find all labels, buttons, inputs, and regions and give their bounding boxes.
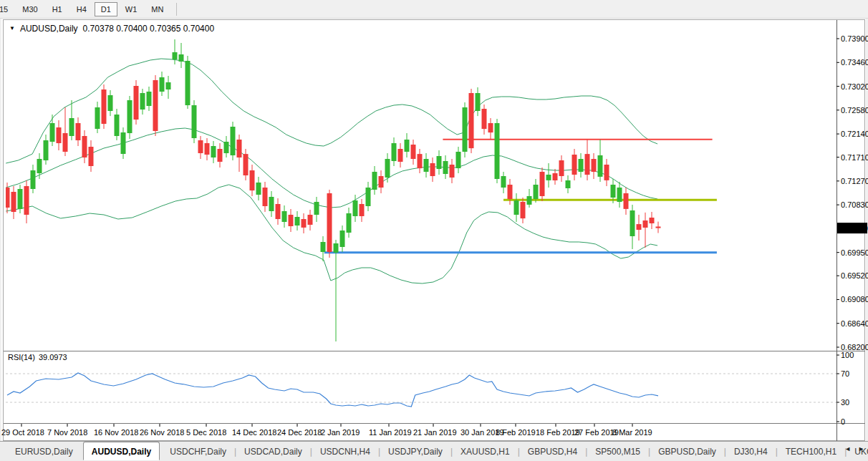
candle-body [405,140,410,152]
candle-body [450,165,455,178]
candle-body [456,152,461,168]
candle-body [198,140,203,153]
chart-tab-usdchf-daily[interactable]: USDCHF,Daily [162,444,234,460]
candle-body [624,193,629,209]
tab-scroll-left-icon[interactable]: ◄ [842,442,853,455]
tab-scroll-arrows: ◄ ► [842,442,867,455]
candle-body [153,80,158,131]
timeframe-button-h4[interactable]: H4 [70,2,93,16]
candle-body [211,146,216,157]
timeframe-button-15[interactable]: 15 [0,2,14,16]
candle-body [50,123,55,142]
candle-body [289,215,294,226]
timeframe-button-d1[interactable]: D1 [95,2,117,16]
price-axis-label: 0.70830 [841,200,868,209]
date-axis-label: 26 Nov 2018 [140,428,184,437]
date-axis-label: 7 Nov 2018 [47,428,87,437]
candle-body [269,197,274,211]
candle-body [398,149,403,162]
candle-body [463,107,468,152]
price-axis-label: 0.73900 [841,34,868,43]
candle-body [327,193,332,252]
candle-body [372,172,377,190]
price-axis-label: 0.73460 [841,58,868,67]
candle-body [44,140,49,160]
date-axis-label: 2 Jan 2019 [321,428,360,437]
candle-body [540,172,545,196]
candle-body [82,136,87,157]
chart-tab-tech100-h1[interactable]: TECH100,H1 [778,444,844,460]
candle-body [572,155,577,175]
chart-tab-bar: EURUSD,Daily|AUDUSD,Daily|USDCHF,Daily|U… [0,441,868,461]
date-axis-label: 8 Mar 2019 [612,428,652,437]
symbol-dropdown-icon: ▼ [9,26,15,31]
candle-body [392,143,397,161]
candle-body [237,140,242,157]
candle-body [11,192,16,212]
chart-tab-gbpusd-h4[interactable]: GBPUSD,H4 [520,444,585,460]
candle-body [514,200,519,215]
chart-tab-usdjpy-daily[interactable]: USDJPY,Daily [380,444,450,460]
chart-title: ▼ AUDUSD,Daily 0.70378 0.70400 0.70365 0… [9,24,214,34]
timeframe-button-mn[interactable]: MN [145,2,170,16]
date-axis-label: 24 Dec 2018 [277,428,322,437]
rsi-axis-label: 30 [841,398,849,407]
candle-body [611,185,616,198]
candle-body [63,133,68,152]
candle-body [18,189,23,209]
candle-body [559,160,564,176]
tab-scroll-right-icon[interactable]: ► [856,442,867,455]
candle-body [69,118,74,136]
timeframe-button-h1[interactable]: H1 [46,2,69,16]
candle-body [637,224,642,230]
candle-body [347,213,352,233]
candle-body [295,217,300,225]
candle-body [482,109,487,129]
rsi-axis-label: 70 [841,369,849,378]
candle-body [604,165,609,180]
candle-body [437,156,442,169]
timeframe-button-w1[interactable]: W1 [119,2,144,16]
candle-body [57,127,62,143]
candle-body [579,159,584,172]
candle-body [430,163,435,176]
candle-body [501,176,506,188]
candle-body [263,188,268,206]
candle-body [566,180,571,188]
candle-body [179,54,184,62]
chart-tab-xauusd-h1[interactable]: XAUUSD,H1 [453,444,518,460]
candle-body [24,186,29,215]
chart-tab-sp500-m15[interactable]: SP500,M15 [587,444,648,460]
candle-body [534,185,539,199]
candle-body [314,202,319,215]
candle-body [656,227,661,228]
timeframe-toolbar: 15M30H1H4D1W1MN [0,0,868,19]
date-axis-label: 14 Dec 2018 [232,428,276,437]
candle-body [418,154,423,168]
date-axis-label: 11 Jan 2019 [369,428,412,437]
candle-body [173,52,178,59]
candle-body [140,93,145,110]
price-axis-label: 0.68640 [841,319,868,328]
candle-body [521,202,526,218]
price-axis-label: 0.72140 [841,130,868,138]
timeframe-button-m30[interactable]: M30 [16,2,44,16]
chart-tab-usdcnh-h4[interactable]: USDCNH,H4 [312,444,378,460]
candle-body [231,127,236,155]
chart-tab-gbpusd-daily[interactable]: GBPUSD,Daily [650,444,724,460]
chart-tab-usdcad-daily[interactable]: USDCAD,Daily [236,444,310,460]
chart-tab-audusd-daily[interactable]: AUDUSD,Daily [83,442,160,460]
current-price-value: 0.70400 [839,224,868,233]
candle-body [108,95,113,111]
date-axis-label: 8 Feb 2019 [496,428,536,437]
candle-body [37,159,42,173]
chart-tab-dj30-h4[interactable]: DJ30,H4 [726,444,776,460]
price-axis-label: 0.69080 [841,295,868,304]
candle-body [469,93,474,148]
candle-body [598,155,603,177]
chart-tab-eurusd-daily[interactable]: EURUSD,Daily [7,444,81,460]
candle-body [592,159,597,172]
candle-body [102,89,107,124]
candle-body [334,243,339,253]
candle-body [256,183,261,195]
